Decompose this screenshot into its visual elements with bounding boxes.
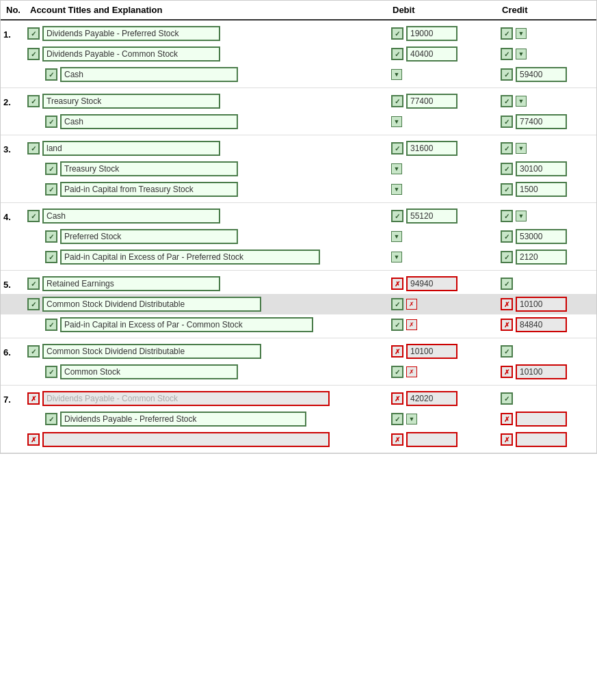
account-check[interactable]: [27, 27, 40, 40]
debit-check-wrong[interactable]: [391, 392, 403, 405]
credit-check[interactable]: [501, 230, 513, 243]
account-check-wrong[interactable]: [27, 392, 40, 405]
account-input[interactable]: [42, 94, 220, 109]
credit-input[interactable]: [516, 229, 567, 244]
credit-cell: [498, 278, 594, 290]
debit-input-wrong[interactable]: [406, 391, 457, 406]
credit-check[interactable]: [501, 48, 513, 60]
debit-input-wrong[interactable]: [406, 344, 457, 359]
account-input-wrong[interactable]: [42, 391, 330, 406]
account-input[interactable]: [60, 229, 238, 244]
account-check[interactable]: [45, 366, 57, 378]
credit-input-wrong[interactable]: [516, 297, 567, 312]
credit-input-blank[interactable]: [516, 432, 567, 447]
credit-input-wrong[interactable]: [516, 412, 567, 427]
account-check[interactable]: [45, 183, 57, 196]
debit-input[interactable]: [406, 94, 457, 109]
debit-check[interactable]: [391, 48, 403, 60]
account-input[interactable]: [60, 161, 238, 176]
credit-check[interactable]: [501, 95, 513, 107]
debit-check-wrong[interactable]: [391, 278, 403, 290]
credit-check-wrong[interactable]: [501, 319, 513, 331]
credit-check[interactable]: [501, 27, 513, 40]
account-input[interactable]: [60, 364, 238, 379]
credit-input[interactable]: [516, 182, 567, 197]
credit-input[interactable]: [516, 67, 567, 82]
debit-check[interactable]: [391, 95, 403, 107]
account-input[interactable]: [60, 182, 238, 197]
credit-check[interactable]: [501, 116, 513, 128]
credit-input[interactable]: [516, 161, 567, 176]
debit-check-wrong[interactable]: [391, 345, 403, 358]
credit-input[interactable]: [516, 114, 567, 129]
debit-input-wrong[interactable]: [406, 276, 457, 291]
credit-input-wrong[interactable]: [516, 364, 567, 379]
account-check[interactable]: [45, 230, 57, 243]
account-input[interactable]: [60, 250, 320, 265]
account-check[interactable]: [45, 116, 57, 128]
credit-cell: [498, 161, 594, 176]
credit-check-wrong[interactable]: [501, 366, 513, 378]
account-input[interactable]: [42, 276, 220, 291]
account-check[interactable]: [45, 251, 57, 263]
credit-check[interactable]: [501, 163, 513, 175]
entry-number: [21, 74, 45, 75]
debit-check[interactable]: [391, 142, 403, 154]
credit-check[interactable]: [501, 183, 513, 196]
account-input[interactable]: [42, 297, 261, 312]
credit-check[interactable]: [501, 345, 513, 358]
credit-check-wrong[interactable]: [501, 413, 513, 425]
credit-check[interactable]: [501, 251, 513, 263]
account-input[interactable]: [42, 46, 220, 62]
debit-input[interactable]: [406, 141, 457, 156]
account-check[interactable]: [45, 68, 57, 81]
credit-check[interactable]: [501, 142, 513, 154]
debit-check[interactable]: [391, 319, 403, 331]
account-input[interactable]: [42, 26, 220, 41]
debit-check[interactable]: [391, 298, 403, 310]
credit-check[interactable]: [501, 210, 513, 222]
account-input[interactable]: [42, 208, 220, 224]
account-check[interactable]: [27, 210, 40, 222]
account-check[interactable]: [27, 298, 40, 310]
credit-input-wrong[interactable]: [516, 317, 567, 332]
credit-check[interactable]: [501, 392, 513, 405]
debit-check[interactable]: [391, 413, 403, 425]
debit-input-blank[interactable]: [406, 432, 457, 447]
account-cell: [27, 208, 388, 224]
debit-check-wrong[interactable]: [391, 433, 403, 446]
debit-input[interactable]: [406, 26, 457, 41]
account-input[interactable]: [60, 67, 238, 82]
account-check[interactable]: [27, 95, 40, 107]
account-check[interactable]: [45, 413, 57, 425]
account-input-blank[interactable]: [42, 432, 330, 447]
credit-check[interactable]: [501, 278, 513, 290]
account-input[interactable]: [42, 344, 261, 359]
account-check[interactable]: [27, 142, 40, 154]
account-check[interactable]: [45, 163, 57, 175]
credit-check-wrong[interactable]: [501, 433, 513, 446]
debit-check[interactable]: [391, 366, 403, 378]
credit-cell: ▼: [498, 95, 594, 107]
debit-check[interactable]: [391, 27, 403, 40]
account-check[interactable]: [27, 278, 40, 290]
account-cell: [45, 67, 388, 82]
credit-check[interactable]: [501, 68, 513, 81]
account-check[interactable]: [27, 48, 40, 60]
debit-check[interactable]: [391, 210, 403, 222]
debit-input[interactable]: [406, 208, 457, 224]
account-input[interactable]: [60, 317, 313, 332]
account-check[interactable]: [27, 345, 40, 358]
account-check[interactable]: [45, 319, 57, 331]
debit-cell: ✗: [388, 319, 498, 331]
credit-input[interactable]: [516, 250, 567, 265]
entry-number: 5.: [3, 278, 27, 290]
account-check-wrong[interactable]: [27, 433, 40, 446]
account-input[interactable]: [60, 412, 306, 427]
debit-input[interactable]: [406, 46, 457, 62]
account-input[interactable]: [60, 114, 238, 129]
credit-check-wrong[interactable]: [501, 298, 513, 310]
account-input[interactable]: [42, 141, 220, 156]
account-cell: [27, 391, 388, 406]
account-cell: [27, 26, 388, 41]
